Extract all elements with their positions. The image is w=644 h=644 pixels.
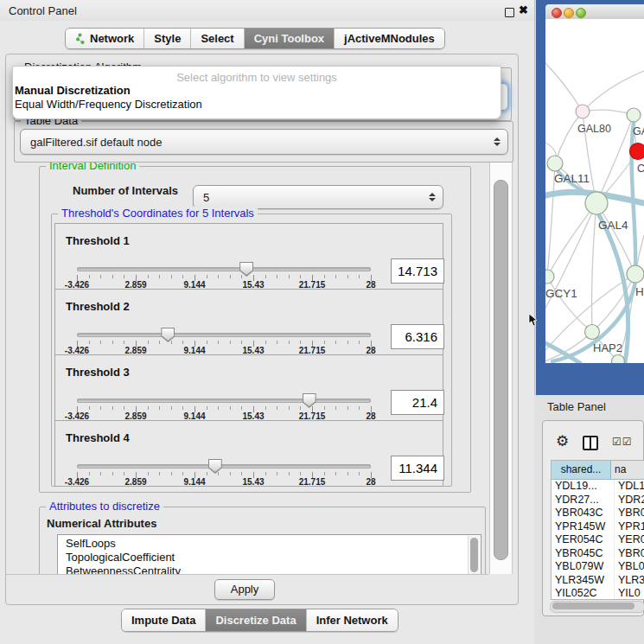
table-row[interactable]: YBR043CYBR0 <box>552 507 644 520</box>
control-panel: Control Panel ✖ Network Style Select Cyn… <box>0 0 535 644</box>
node-label: HAP2 <box>593 341 622 354</box>
node-label: GAL11 <box>554 172 590 185</box>
node-label: GA <box>633 125 644 137</box>
node-gcy1[interactable] <box>545 270 554 284</box>
table-row[interactable]: YPR145WYPR1 <box>552 520 644 534</box>
tab-style[interactable]: Style <box>144 29 191 48</box>
slider-track[interactable] <box>77 399 371 403</box>
list-item[interactable]: SelfLoops <box>58 535 481 551</box>
gear-icon[interactable]: ⚙ <box>556 432 569 450</box>
threshold-label: Threshold 4 <box>66 431 130 444</box>
control-panel-titlebar: Control Panel ✖ <box>0 0 534 21</box>
threshold-value-field[interactable]: 6.316 <box>391 324 444 349</box>
apply-button[interactable]: Apply <box>214 579 275 600</box>
node-right[interactable] <box>627 265 644 283</box>
tab-jactivemnodules[interactable]: jActiveMNodules <box>335 29 444 48</box>
combo-stepper-icon <box>494 137 501 146</box>
column-header-name[interactable]: na <box>611 461 644 479</box>
checkbox-icons[interactable]: ☑☑ <box>612 436 633 448</box>
table-row[interactable]: YDL19...YDL1 <box>552 480 644 494</box>
network-view-window[interactable]: GAL80 GA C GAL11 GAL4 GCY1 H HAP2 <box>536 0 644 395</box>
threshold-row-3: Threshold 3 -3.426 2.859 9.144 15.43 <box>54 354 443 421</box>
tab-select[interactable]: Select <box>191 29 244 48</box>
minimize-traffic-light[interactable] <box>564 8 574 18</box>
network-icon <box>75 33 86 44</box>
combo-stepper-icon <box>429 193 436 201</box>
node-gal4[interactable] <box>585 192 608 214</box>
tab-infer-network[interactable]: Infer Network <box>307 609 398 631</box>
slider-track[interactable] <box>77 267 371 271</box>
threshold-slider-1[interactable]: -3.426 2.859 9.144 15.43 21.715 28 <box>77 260 371 289</box>
dropdown-option-manual[interactable]: Manual Discretization <box>13 84 501 98</box>
threshold-slider-4[interactable]: -3.426 2.859 9.144 15.43 21.715 28 <box>77 457 371 486</box>
network-canvas[interactable]: GAL80 GA C GAL11 GAL4 GCY1 H HAP2 <box>545 19 644 363</box>
node-bottom[interactable] <box>612 355 625 364</box>
network-window-titlebar[interactable] <box>545 4 644 20</box>
attributes-list[interactable]: SelfLoops TopologicalCoefficient Between… <box>57 534 481 575</box>
columns-icon[interactable] <box>583 436 598 450</box>
mouse-cursor <box>528 314 538 327</box>
attribute-table[interactable]: shared... na YDL19...YDL1 YDR27...YDR2 Y… <box>551 460 644 600</box>
zoom-traffic-light[interactable] <box>576 8 586 18</box>
close-icon[interactable]: ✖ <box>519 3 528 16</box>
node-gal80[interactable] <box>576 105 590 118</box>
node-label: C <box>637 163 644 175</box>
table-row[interactable]: YBR045CYBR0 <box>552 547 644 561</box>
list-scrollbar[interactable] <box>468 536 480 575</box>
dropdown-option-equal-width[interactable]: Equal Width/Frequency Discretization <box>13 98 501 112</box>
slider-tick-labels: -3.426 2.859 9.144 15.43 21.715 28 <box>77 477 371 488</box>
table-data-combobox[interactable]: galFiltered.sif default node <box>20 129 508 155</box>
table-panel: Table Panel ⚙ ☑☑ shared... na YDL19...YD… <box>534 395 644 644</box>
scrollbar-thumb[interactable] <box>552 603 634 609</box>
table-row[interactable]: YDR27...YDR2 <box>552 494 644 507</box>
float-window-icon[interactable] <box>505 8 514 17</box>
column-header-shared[interactable]: shared... <box>552 461 611 479</box>
main-scrollbar[interactable] <box>489 163 513 574</box>
node-gal11[interactable] <box>547 156 563 171</box>
node-label: H <box>635 285 644 298</box>
node-top-right[interactable] <box>627 108 641 122</box>
num-intervals-combobox[interactable]: 5 <box>193 185 443 209</box>
list-item[interactable]: BetweennessCentrality <box>58 564 481 575</box>
tab-impute-data[interactable]: Impute Data <box>122 609 206 631</box>
close-traffic-light[interactable] <box>552 8 562 18</box>
threshold-row-4: Threshold 4 -3.426 2.859 9.144 15.43 <box>54 420 443 487</box>
threshold-slider-3[interactable]: -3.426 2.859 9.144 15.43 21.715 28 <box>77 392 371 420</box>
scrollbar-thumb[interactable] <box>494 180 508 560</box>
bottom-tab-bar: Impute Data Discretize Data Infer Networ… <box>121 609 399 632</box>
table-row[interactable]: YER054CYER0 <box>552 533 644 547</box>
node-table-panel: ⚙ ☑☑ shared... na YDL19...YDL1 YDR27...Y… <box>542 420 644 616</box>
tab-discretize-data[interactable]: Discretize Data <box>206 609 306 631</box>
threshold-label: Threshold 2 <box>66 300 130 313</box>
node-selected-red[interactable] <box>630 143 644 160</box>
num-intervals-label: Number of Intervals <box>73 184 178 197</box>
table-horizontal-scrollbar[interactable] <box>550 601 644 613</box>
list-item[interactable]: TopologicalCoefficient <box>58 551 481 564</box>
panel-title: Control Panel <box>9 4 77 17</box>
top-tab-bar: Network Style Select Cyni Toolbox jActiv… <box>65 28 445 49</box>
node-label: GAL4 <box>598 219 628 232</box>
slider-track[interactable] <box>77 464 371 469</box>
threshold-slider-2[interactable]: -3.426 2.859 9.144 15.43 21.715 28 <box>77 326 371 354</box>
node-label: GCY1 <box>545 287 577 300</box>
node-label: GAL80 <box>577 123 611 135</box>
interval-definition-group: Interval Definition Number of Intervals … <box>39 166 471 493</box>
threshold-rows: Threshold 1 -3.426 2.859 9.144 15.43 <box>54 224 443 487</box>
threshold-row-1: Threshold 1 -3.426 2.859 9.144 15.43 <box>54 223 443 290</box>
tab-cyni-toolbox[interactable]: Cyni Toolbox <box>245 29 335 48</box>
num-intervals-value: 5 <box>194 191 209 204</box>
threshold-value-field[interactable]: 21.4 <box>391 390 444 415</box>
node-hap2[interactable] <box>585 325 600 340</box>
slider-track[interactable] <box>77 333 371 337</box>
scrollbar-thumb[interactable] <box>470 538 478 572</box>
group-title: Interval Definition <box>46 163 139 172</box>
settings-viewport: Interval Definition Number of Intervals … <box>6 163 488 575</box>
table-row[interactable]: YIL052CYIL0 <box>552 587 644 600</box>
group-title: Threshold's Coordinates for 5 Intervals <box>58 207 258 220</box>
table-row[interactable]: YBL079WYBL0 <box>552 560 644 574</box>
table-data-group: Table Data galFiltered.sif default node <box>14 121 513 163</box>
table-row[interactable]: YLR345WYLR3 <box>552 574 644 588</box>
threshold-value-field[interactable]: 14.713 <box>391 258 444 284</box>
tab-network[interactable]: Network <box>66 29 144 48</box>
threshold-value-field[interactable]: 11.344 <box>391 456 444 481</box>
